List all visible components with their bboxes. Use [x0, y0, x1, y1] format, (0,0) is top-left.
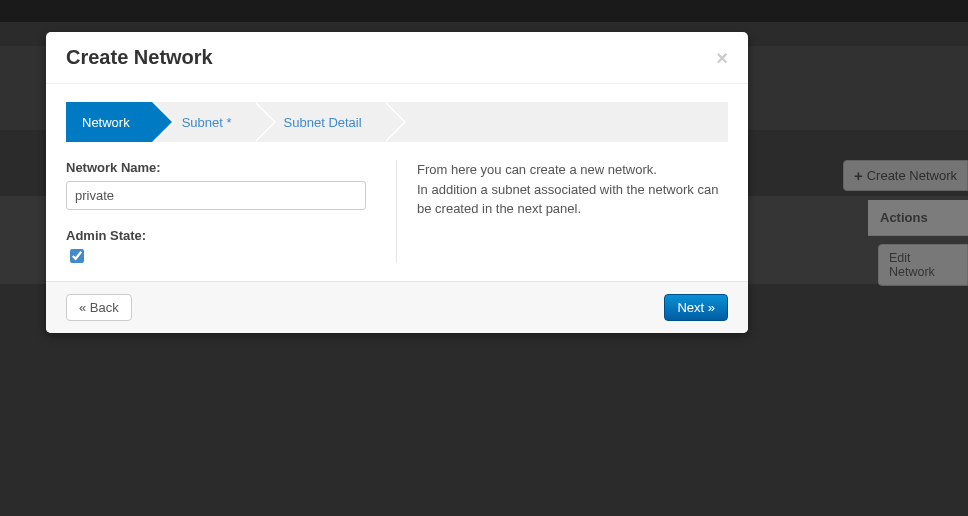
modal-header: Create Network ×	[46, 32, 748, 84]
background-toolbar: + Create Network	[843, 160, 968, 191]
help-line-2: In addition a subnet associated with the…	[417, 180, 728, 219]
create-network-modal: Create Network × Network Subnet * Subnet…	[46, 32, 748, 333]
wizard-nav: Network Subnet * Subnet Detail	[66, 102, 728, 142]
next-button[interactable]: Next »	[664, 294, 728, 321]
close-icon[interactable]: ×	[716, 48, 728, 68]
admin-state-label: Admin State:	[66, 228, 366, 243]
edit-network-button-bg[interactable]: Edit Network	[878, 244, 968, 286]
modal-body: Network Subnet * Subnet Detail Network N…	[46, 84, 748, 281]
create-network-label-bg: Create Network	[867, 168, 957, 183]
background-top-bar	[0, 0, 968, 22]
step-network-label: Network	[82, 115, 130, 130]
step-network[interactable]: Network	[66, 102, 152, 142]
step-subnet-detail-label: Subnet Detail	[284, 115, 362, 130]
form-row: Network Name: Admin State: From here you…	[66, 160, 728, 263]
help-panel: From here you can create a new network. …	[396, 160, 728, 263]
modal-footer: « Back Next »	[46, 281, 748, 333]
form-left: Network Name: Admin State:	[66, 160, 366, 263]
create-network-button-bg[interactable]: + Create Network	[843, 160, 968, 191]
network-name-label: Network Name:	[66, 160, 366, 175]
step-subnet-label: Subnet *	[182, 115, 232, 130]
admin-state-wrap	[66, 249, 366, 263]
back-button[interactable]: « Back	[66, 294, 132, 321]
help-line-1: From here you can create a new network.	[417, 160, 728, 180]
plus-icon: +	[854, 167, 863, 184]
actions-header: Actions	[868, 200, 968, 236]
network-name-input[interactable]	[66, 181, 366, 210]
admin-state-checkbox[interactable]	[70, 249, 84, 263]
modal-title: Create Network	[66, 46, 213, 69]
